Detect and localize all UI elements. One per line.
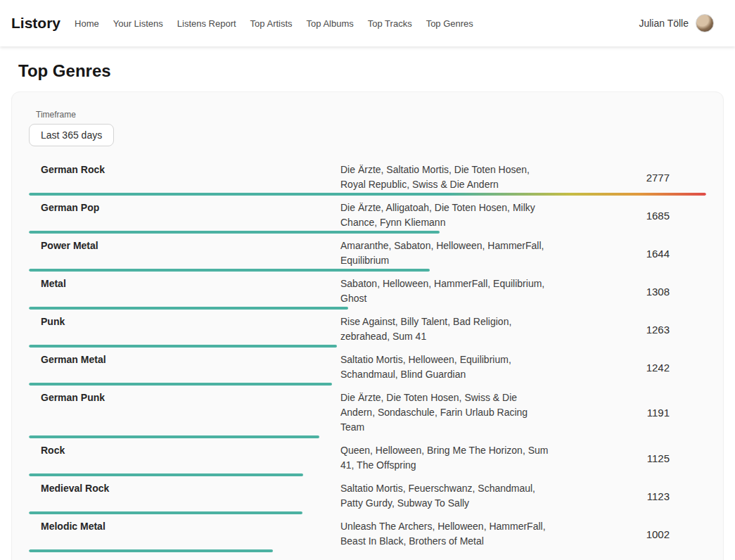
genre-name: Punk	[29, 314, 340, 344]
genre-bar	[29, 549, 273, 552]
genre-count: 1685	[558, 210, 706, 222]
genre-artists: Rise Against, Billy Talent, Bad Religion…	[340, 314, 558, 344]
genre-name: Power Metal	[29, 238, 340, 268]
genre-name: German Pop	[29, 201, 340, 230]
genre-bar-gradient	[29, 193, 706, 196]
top-genres-card: Timeframe Last 365 days German Rock Die …	[11, 91, 724, 560]
genre-name: Medieval Rock	[29, 481, 340, 511]
genre-name: Rock	[29, 443, 340, 473]
genre-bar-gradient	[29, 345, 337, 348]
nav-links: Home Your Listens Listens Report Top Art…	[68, 13, 480, 34]
genre-row: German Indie Bukahara, Käptn Peng, KYTES…	[29, 553, 706, 560]
user-name: Julian Tölle	[639, 18, 689, 29]
top-nav: Listory Home Your Listens Listens Report…	[0, 0, 735, 46]
genre-artists: Amaranthe, Sabaton, Helloween, HammerFal…	[340, 238, 558, 268]
genre-artists: Sabaton, Helloween, HammerFall, Equilibr…	[340, 276, 558, 306]
genre-row: Medieval Rock Saltatio Mortis, Feuerschw…	[29, 477, 706, 515]
genre-row: German Pop Die Ärzte, Alligatoah, Die To…	[29, 196, 706, 234]
genre-bar	[29, 193, 706, 196]
genre-count: 1123	[558, 490, 706, 502]
genre-bar	[29, 435, 319, 438]
genre-bar	[29, 307, 348, 310]
genre-bar	[29, 231, 440, 234]
genre-row: German Rock Die Ärzte, Saltatio Mortis, …	[29, 158, 706, 196]
genre-count: 1125	[558, 452, 706, 464]
genre-bar-gradient	[29, 435, 319, 438]
genre-name: German Indie	[29, 557, 340, 560]
genre-artists: Queen, Helloween, Bring Me The Horizon, …	[340, 443, 558, 473]
genre-row: German Metal Saltatio Mortis, Helloween,…	[29, 348, 706, 386]
genre-name: German Punk	[29, 390, 340, 435]
genre-bar-gradient	[29, 383, 332, 386]
genre-artists: Die Ärzte, Die Toten Hosen, Swiss & Die …	[340, 390, 558, 435]
genre-count: 1308	[558, 286, 706, 298]
genre-row: Rock Queen, Helloween, Bring Me The Hori…	[29, 439, 706, 477]
genre-bar	[29, 511, 302, 514]
genre-artists: Bukahara, Käptn Peng, KYTES, Von Wegen L…	[340, 557, 558, 560]
nav-item-top-albums[interactable]: Top Albums	[300, 13, 361, 34]
timeframe-label: Timeframe	[36, 110, 706, 120]
genre-bar	[29, 345, 337, 348]
genre-count: 1191	[558, 407, 706, 419]
genre-count: 1263	[558, 324, 706, 336]
genre-name: Metal	[29, 276, 340, 306]
nav-item-listens-report[interactable]: Listens Report	[170, 13, 243, 34]
nav-item-your-listens[interactable]: Your Listens	[106, 13, 170, 34]
genre-row: Metal Sabaton, Helloween, HammerFall, Eq…	[29, 272, 706, 310]
genre-bar-gradient	[29, 511, 302, 514]
genre-row: Melodic Metal Unleash The Archers, Hello…	[29, 515, 706, 553]
genre-count: 1242	[558, 362, 706, 374]
genre-bar-gradient	[29, 231, 440, 234]
page-title: Top Genres	[18, 61, 735, 81]
genre-row: Power Metal Amaranthe, Sabaton, Hellowee…	[29, 234, 706, 272]
genre-bar	[29, 473, 303, 476]
nav-item-top-tracks[interactable]: Top Tracks	[361, 13, 419, 34]
genre-name: Melodic Metal	[29, 519, 340, 549]
genre-name: German Metal	[29, 352, 340, 382]
genre-bar	[29, 383, 332, 386]
genre-bar-gradient	[29, 269, 430, 272]
genre-artists: Unleash The Archers, Helloween, HammerFa…	[340, 519, 558, 549]
genre-artists: Die Ärzte, Alligatoah, Die Toten Hosen, …	[340, 201, 558, 230]
genre-bar	[29, 269, 430, 272]
genre-row: German Punk Die Ärzte, Die Toten Hosen, …	[29, 386, 706, 439]
genre-artists: Saltatio Mortis, Helloween, Equilibrium,…	[340, 352, 558, 382]
genre-artists: Saltatio Mortis, Feuerschwanz, Schandmau…	[340, 481, 558, 511]
user-avatar[interactable]	[696, 14, 714, 32]
genre-bar-gradient	[29, 307, 348, 310]
brand-logo[interactable]: Listory	[11, 15, 60, 32]
genre-count: 1002	[558, 528, 706, 540]
nav-item-home[interactable]: Home	[68, 13, 106, 34]
nav-user-area: Julian Tölle	[639, 14, 714, 32]
genre-count: 2777	[558, 172, 706, 184]
genre-count: 1644	[558, 248, 706, 260]
timeframe-select[interactable]: Last 365 days	[29, 124, 114, 146]
genre-artists: Die Ärzte, Saltatio Mortis, Die Toten Ho…	[340, 163, 558, 192]
genre-row: Punk Rise Against, Billy Talent, Bad Rel…	[29, 310, 706, 348]
genre-list: German Rock Die Ärzte, Saltatio Mortis, …	[29, 158, 706, 560]
genre-name: German Rock	[29, 163, 340, 192]
nav-item-top-artists[interactable]: Top Artists	[243, 13, 300, 34]
genre-bar-gradient	[29, 549, 273, 552]
nav-item-top-genres[interactable]: Top Genres	[419, 13, 480, 34]
genre-bar-gradient	[29, 473, 303, 476]
